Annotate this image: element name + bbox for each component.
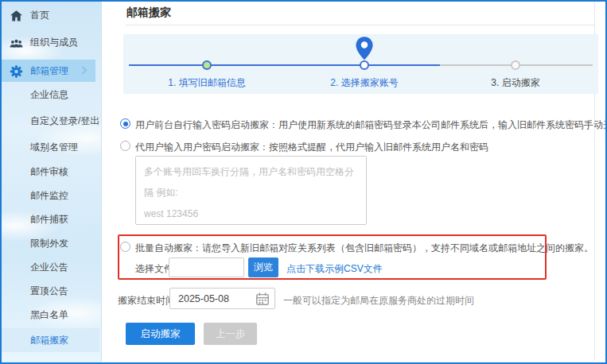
sidebar-item-custom-login-logout[interactable]: 自定义登录/登出 [0, 110, 102, 132]
step3-dot [511, 60, 520, 70]
sidebar-item-label: 邮箱管理 [30, 65, 68, 76]
end-time-value: 2025-05-08 [178, 293, 229, 304]
gear-icon [10, 64, 23, 78]
radio-batch-auto-migration[interactable] [120, 242, 130, 252]
sidebar-item-label: 自定义登录/登出 [30, 115, 99, 126]
sidebar-item-enterprise-info[interactable]: 企业信息 [0, 83, 102, 106]
sidebar-item-label: 域别名管理 [30, 141, 78, 153]
sidebar-item-outbound-limit[interactable]: 限制外发 [0, 232, 102, 254]
step1-label: 1. 填写旧邮箱信息 [135, 76, 278, 90]
option-batch-auto-migration-label: 批量自动搬家：请您导入新旧邮箱对应关系列表（包含旧邮箱密码），支持不同域名或邮箱… [135, 242, 593, 255]
page-title: 邮箱搬家 [126, 6, 171, 20]
sidebar-item-label: 邮箱搬家 [30, 335, 68, 346]
start-migration-button[interactable]: 启动搬家 [126, 323, 195, 345]
sidebar-item-label: 限制外发 [30, 238, 68, 249]
sidebar-item-mail-review[interactable]: 邮件审核 [0, 161, 102, 183]
option-user-self-start-label: 用户前台自行输入密码启动搬家：用户使用新系统的邮箱密码登录本公司邮件系统后，输入… [135, 118, 607, 132]
step1-dot [202, 60, 212, 70]
sidebar-item-pinned-announcement[interactable]: 置顶公告 [0, 280, 102, 302]
end-time-hint: 一般可以指定为邮局在原服务商处的过期时间 [283, 294, 474, 308]
step2-label: 2. 选择搬家账号 [293, 76, 436, 90]
download-sample-csv-link[interactable]: 点击下载示例CSV文件 [286, 262, 383, 276]
title-divider [126, 25, 595, 25]
option-admin-input-password-label: 代用户输入用户密码启动搬家：按照格式提醒，代用户输入旧邮件系统用户名和密码 [135, 141, 488, 154]
sidebar-item-label: 组织与成员 [30, 37, 78, 48]
sidebar-item-label: 邮件监控 [30, 190, 68, 201]
previous-step-button[interactable]: 上一步 [204, 323, 257, 345]
sidebar-item-home[interactable]: 首页 [0, 4, 102, 26]
step3-label: 3. 启动搬家 [444, 76, 587, 90]
step-track-done [129, 64, 440, 66]
app-window: 首页 组织与成员 [0, 0, 607, 364]
sidebar-item-label: 黑白名单 [30, 309, 68, 320]
step2-dot [360, 60, 369, 70]
calendar-icon[interactable] [255, 292, 270, 306]
location-pin-icon [356, 37, 373, 60]
file-path-input[interactable] [169, 258, 244, 277]
sidebar-item-label: 企业信息 [30, 89, 68, 100]
people-icon [10, 36, 23, 49]
sidebar-item-label: 首页 [30, 10, 49, 21]
sidebar-item-blackwhite-list[interactable]: 黑白名单 [0, 304, 102, 326]
sidebar-item-label: 邮件捕获 [30, 214, 68, 225]
steps-wizard: 1. 填写旧邮箱信息 2. 选择搬家账号 3. 启动搬家 [123, 34, 598, 94]
sidebar-item-mail-capture[interactable]: 邮件捕获 [0, 208, 102, 230]
file-select-label: 选择文件 [135, 262, 173, 276]
sidebar: 首页 组织与成员 [0, 0, 102, 364]
radio-user-self-start[interactable] [120, 118, 130, 129]
chevron-right-icon [80, 66, 88, 74]
sidebar-item-org-members[interactable]: 组织与成员 [0, 31, 102, 53]
sidebar-item-mailbox-migration[interactable]: 邮箱搬家 [0, 328, 99, 352]
sidebar-item-mail-monitor[interactable]: 邮件监控 [0, 184, 102, 207]
sidebar-item-label: 企业公告 [30, 261, 68, 273]
sidebar-item-label: 邮件审核 [30, 166, 68, 177]
sidebar-item-label: 置顶公告 [30, 285, 68, 296]
radio-admin-input-password[interactable] [120, 141, 130, 151]
sidebar-item-enterprise-announcement[interactable]: 企业公告 [0, 256, 102, 278]
sidebar-item-domain-alias[interactable]: 域别名管理 [0, 136, 102, 158]
accounts-textarea[interactable] [135, 156, 367, 225]
home-icon [10, 9, 23, 22]
browse-button[interactable]: 浏览 [248, 258, 278, 277]
end-time-input[interactable]: 2025-05-08 [169, 288, 275, 309]
sidebar-item-mail-management[interactable]: 邮箱管理 [0, 60, 95, 82]
